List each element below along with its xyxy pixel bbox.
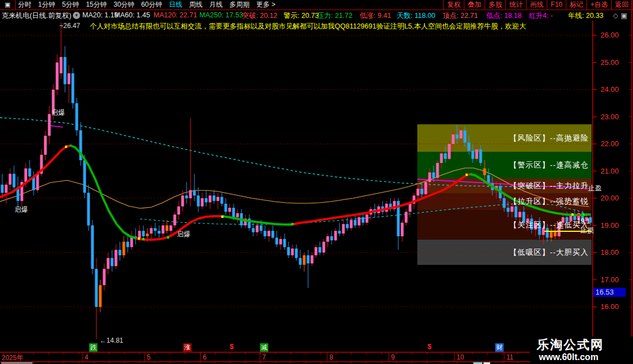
event-marker-$: $ <box>427 342 431 351</box>
zone-label-2: 【警示区】--逢高减仓 <box>487 160 611 170</box>
time-axis-month-label: 7 <box>262 353 266 361</box>
chart-annotation: 止损 <box>580 226 594 235</box>
chart-annotation: 止盈 <box>588 184 602 193</box>
time-axis-month-label: 5 <box>147 353 151 361</box>
price-axis-label: 16.00 <box>601 302 619 311</box>
event-marker-$: $ <box>230 342 234 351</box>
time-axis-month-label: 11 <box>506 353 513 361</box>
price-axis-label: 22.00 <box>601 139 619 148</box>
chart-annotation: 启爆 <box>52 108 65 118</box>
current-price-tag: 16.53 <box>593 288 626 297</box>
scrolling-ad-text: 个人对市场总结有限也可以互相交流，需要更多指标以及对股市见解都可以加我QQ811… <box>90 22 527 30</box>
watermark: 乐淘公式网 www.60lt.com <box>531 337 633 364</box>
event-marker-涨: 涨 <box>183 343 192 352</box>
event-marker-跌: 跌 <box>89 343 97 352</box>
price-axis-label: 25.00 <box>601 58 619 67</box>
zone-label-6: 【低吸区】--大胆买入 <box>487 248 611 258</box>
watermark-site-name: 乐淘公式网 <box>531 337 633 353</box>
price-axis-label: 24.00 <box>601 85 619 94</box>
price-axis-label: 19.00 <box>601 221 619 230</box>
event-marker-财: 财 <box>495 343 504 352</box>
price-axis-label: 21.00 <box>601 167 619 175</box>
chart-annotation: 启爆 <box>15 205 28 214</box>
chart-annotation: ←14.81 <box>100 337 123 344</box>
event-marker-减: 减 <box>260 343 268 352</box>
zone-label-4: 【拉升区】--强势蓄锐 <box>487 197 611 207</box>
price-axis-label: 18.00 <box>601 248 619 256</box>
watermark-site-url: www.60lt.com <box>531 352 633 362</box>
time-axis-month-label: 10 <box>457 353 464 361</box>
trading-app-window: ▣ 分时1分钟5分钟15分钟30分钟60分钟日线周线月线多周期更多 > 复权叠加… <box>0 0 633 364</box>
time-axis-month-label: 6 <box>203 353 207 361</box>
price-axis-label: 20.00 <box>601 194 619 202</box>
price-axis-label: 23.00 <box>601 113 619 121</box>
chart-annotation: 启爆 <box>177 230 190 239</box>
chart-annotation: 19.1 <box>577 217 590 225</box>
price-axis-label: 26.00 <box>601 31 619 39</box>
price-axis-label: 17.00 <box>601 276 619 284</box>
chart-annotation: ~26.47 <box>59 22 80 30</box>
time-axis-month-label: 9 <box>391 353 395 361</box>
time-axis-month-label: 8 <box>329 353 333 361</box>
time-axis-year-label: 2025年 <box>2 353 24 363</box>
zone-label-1: 【风险区】--高抛避险 <box>487 133 611 143</box>
time-axis-month-label: 4 <box>85 353 89 361</box>
